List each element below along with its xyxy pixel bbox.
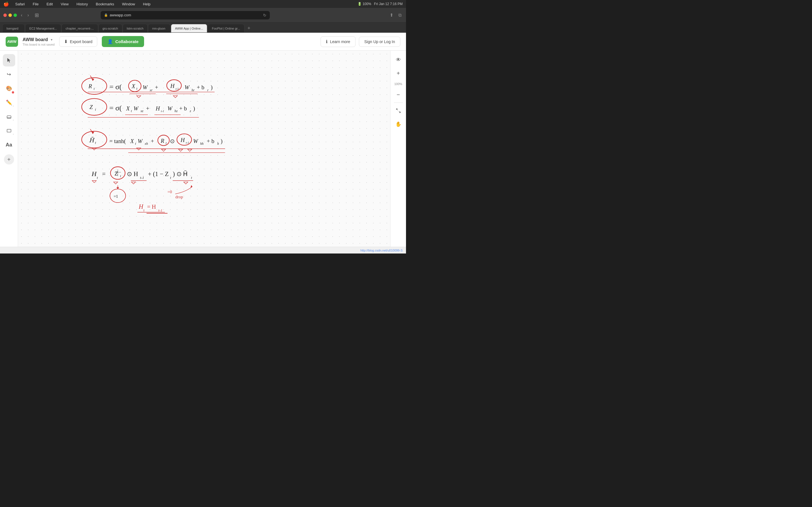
new-tab-action-button[interactable]: ⧉ <box>397 11 403 19</box>
battery-indicator: 🔋 100% <box>357 2 371 6</box>
hand-pan-icon: ✋ <box>395 121 402 127</box>
toolbar-right: ℹ Learn more Sign Up or Log In <box>320 36 400 47</box>
svg-text:t-1: t-1 <box>186 141 189 144</box>
text-tool-label: Aa <box>6 142 12 148</box>
tab-chapter[interactable]: chapter_recurrent-... <box>61 24 98 33</box>
url-bar[interactable]: 🔒 awwapp.com ↻ <box>101 11 270 19</box>
pen-sub-indicator: › <box>13 105 14 107</box>
right-panel: 👁 + 100% − ✋ <box>390 51 406 247</box>
shape-sub-indicator: › <box>13 133 14 135</box>
pan-tool-button[interactable]: ✋ <box>393 119 404 130</box>
svg-text:W: W <box>167 105 173 112</box>
svg-text:t: t <box>144 208 145 212</box>
eye-icon: 👁 <box>396 57 401 63</box>
back-button[interactable]: ‹ <box>20 11 23 19</box>
history-menu[interactable]: History <box>75 2 89 6</box>
signup-button[interactable]: Sign Up or Log In <box>359 37 400 47</box>
safari-menu[interactable]: Safari <box>13 2 27 6</box>
svg-text:+ b: + b <box>179 105 187 112</box>
aww-logo[interactable]: AWW <box>6 37 18 47</box>
svg-text:h: h <box>217 142 219 146</box>
main-content: ↩ 🎨 ✏️ › › › <box>0 51 406 247</box>
drawing-canvas[interactable]: = σ( X t W xr + H t-1 W hr + b r ) <box>18 51 390 247</box>
collaborate-icon: 👤 <box>107 39 113 44</box>
eraser-tool-button[interactable]: › <box>3 110 15 123</box>
svg-text:t: t <box>97 175 98 180</box>
svg-text:t: t <box>120 174 121 178</box>
svg-marker-91 <box>92 180 96 182</box>
svg-text:= tanh(: = tanh( <box>109 138 126 145</box>
pen-tool-button[interactable]: ✏️ › <box>3 96 15 109</box>
svg-marker-70 <box>161 149 166 151</box>
svg-text:t-1: t-1 <box>175 87 179 91</box>
bookmarks-menu[interactable]: Bookmarks <box>94 2 116 6</box>
learn-more-button[interactable]: ℹ Learn more <box>320 36 356 47</box>
tab-gru[interactable]: gru-scratch <box>98 24 122 33</box>
color-tool-button[interactable]: 🎨 <box>3 82 15 95</box>
board-dropdown-button[interactable]: ▾ <box>50 37 53 42</box>
edit-menu[interactable]: Edit <box>45 2 54 6</box>
signup-label: Sign Up or Log In <box>364 40 395 44</box>
tab-lsengard[interactable]: lsengard <box>2 24 25 33</box>
svg-text:xz: xz <box>140 109 143 113</box>
svg-text:⊙: ⊙ <box>170 138 175 144</box>
svg-text:t: t <box>191 175 192 180</box>
svg-text:H: H <box>139 203 144 210</box>
new-tab-button[interactable]: + <box>245 24 253 33</box>
window-menu[interactable]: Window <box>120 2 137 6</box>
app-toolbar: AWW AWW board ▾ This board is not saved … <box>0 33 406 51</box>
tab-lstm[interactable]: lstm-scratch <box>123 24 148 33</box>
close-window-button[interactable] <box>3 13 7 17</box>
svg-text:t: t <box>95 108 96 112</box>
svg-text:z: z <box>190 109 191 113</box>
svg-marker-24 <box>173 96 177 98</box>
undo-tool-button[interactable]: ↩ <box>3 68 15 80</box>
color-badge <box>12 91 14 94</box>
tab-aww[interactable]: AWW App | Online... <box>171 24 207 33</box>
bottom-bar: http://blog.csdn.net/u010099-S <box>0 247 406 253</box>
collaborate-button[interactable]: 👤 Collaborate <box>102 36 144 47</box>
export-board-button[interactable]: ⬇ Export board <box>59 36 97 47</box>
bottom-url: http://blog.csdn.net/u010099-S <box>360 249 403 252</box>
zoom-out-icon: − <box>397 92 400 98</box>
forward-button[interactable]: › <box>26 11 30 19</box>
sidebar-toggle-button[interactable]: ⊞ <box>34 11 40 19</box>
svg-rect-2 <box>7 129 11 132</box>
shape-tool-button[interactable]: › <box>3 124 15 137</box>
zoom-in-icon: + <box>397 70 400 76</box>
tab-fooplot[interactable]: FooPlot | Online gr... <box>207 24 244 33</box>
url-text: awwapp.com <box>110 13 131 17</box>
tab-ec2[interactable]: EC2 Management... <box>25 24 61 33</box>
zoom-in-button[interactable]: + <box>393 68 404 79</box>
svg-text:+: + <box>155 84 158 91</box>
svg-text:Z: Z <box>90 104 93 110</box>
maximize-window-button[interactable] <box>13 13 17 17</box>
minimize-window-button[interactable] <box>8 13 12 17</box>
svg-marker-93 <box>132 182 136 184</box>
svg-text:Z: Z <box>115 170 118 177</box>
svg-text:X: X <box>130 138 134 144</box>
text-tool-button[interactable]: Aa <box>3 138 15 151</box>
share-button[interactable]: ⬆ <box>389 11 395 19</box>
left-toolbar: ↩ 🎨 ✏️ › › › <box>0 51 18 247</box>
svg-text:xh: xh <box>144 142 148 146</box>
apple-menu[interactable]: 🍎 <box>3 1 9 7</box>
view-mode-button[interactable]: 👁 <box>393 54 404 65</box>
svg-text:= σ(: = σ( <box>109 83 122 91</box>
file-menu[interactable]: File <box>31 2 40 6</box>
zoom-out-button[interactable]: − <box>393 89 404 100</box>
add-element-button[interactable]: + <box>4 154 14 165</box>
svg-text:+ b: + b <box>207 138 214 144</box>
svg-text:W: W <box>133 105 139 112</box>
cursor-tool-button[interactable] <box>3 54 15 66</box>
ssl-lock-icon: 🔒 <box>104 13 108 17</box>
collaborate-label: Collaborate <box>115 39 139 44</box>
view-menu[interactable]: View <box>59 2 70 6</box>
help-menu[interactable]: Help <box>141 2 152 6</box>
expand-button[interactable] <box>393 105 404 116</box>
tab-rnn[interactable]: rnn-gluon <box>148 24 170 33</box>
eraser-sub-indicator: › <box>13 119 14 121</box>
canvas-area[interactable]: = σ( X t W xr + H t-1 W hr + b r ) <box>18 51 390 247</box>
reload-button[interactable]: ↻ <box>263 13 266 17</box>
svg-text:W: W <box>193 138 199 144</box>
